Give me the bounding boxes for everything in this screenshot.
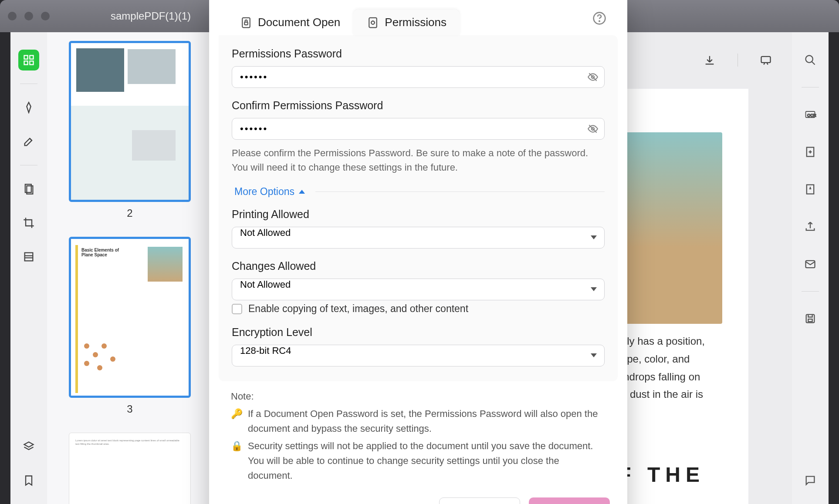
search-button[interactable] [800, 50, 821, 71]
redact-tool-button[interactable] [18, 246, 39, 267]
comment-button[interactable] [800, 470, 821, 491]
tab-label: Document Open [258, 16, 340, 29]
lock-page-icon [240, 16, 253, 29]
separator [802, 87, 819, 87]
svg-rect-16 [242, 17, 250, 27]
tab-permissions[interactable]: Permissions [353, 10, 460, 35]
changes-allowed-select[interactable]: Not Allowed [232, 279, 605, 300]
note-section: Note: 🔑 If a Document Open Password is s… [209, 381, 627, 494]
svg-rect-18 [369, 17, 377, 27]
confirm-password-input[interactable] [232, 118, 605, 140]
svg-rect-6 [25, 253, 33, 261]
thumbnail-page-4[interactable]: Lorem ipsum dolor sit amet text block re… [64, 433, 195, 504]
field-label: Changes Allowed [232, 260, 605, 272]
enable-copying-checkbox-row[interactable]: Enable copying of text, images, and othe… [232, 303, 605, 315]
chevron-down-icon [591, 287, 597, 291]
svg-point-19 [372, 21, 375, 24]
thumbnails-panel: 2 Basic Elements ofPlane Space 3 Lorem i… [47, 32, 213, 504]
svg-rect-1 [30, 56, 33, 59]
thumbnail-label: 3 [64, 403, 195, 415]
page-text-fragment: e dust in the air is [621, 386, 705, 403]
permissions-password-input[interactable] [232, 66, 605, 88]
save-button[interactable] [800, 308, 821, 329]
crop-tool-button[interactable] [18, 212, 39, 233]
field-label: Permissions Password [232, 47, 605, 60]
security-settings-modal: Document Open Permissions Permissions Pa… [209, 0, 627, 504]
svg-rect-2 [24, 61, 28, 64]
page-tool-button[interactable] [18, 178, 39, 199]
permissions-password-field: Permissions Password [232, 47, 605, 88]
ocr-button[interactable]: OCR [800, 104, 821, 125]
lock-icon: 🔒 [231, 439, 243, 483]
thumbnail-page-3[interactable]: Basic Elements ofPlane Space 3 [64, 237, 195, 415]
printing-allowed-select[interactable]: Not Allowed [232, 227, 605, 249]
changes-allowed-field: Changes Allowed Not Allowed Enable copyi… [232, 260, 605, 315]
note-text: If a Document Open Password is set, the … [248, 407, 606, 436]
encryption-level-select[interactable]: 128-bit RC4 [232, 345, 605, 366]
layers-button[interactable] [18, 436, 39, 457]
modal-footer: Cancel Apply [209, 494, 627, 504]
minimize-window-icon[interactable] [24, 12, 33, 20]
svg-rect-3 [30, 61, 33, 64]
document-title: samplePDF(1)(1) [111, 10, 191, 22]
separator [738, 54, 738, 67]
window-controls [8, 12, 50, 20]
right-toolbar: OCR [792, 32, 829, 504]
share-button[interactable] [800, 216, 821, 237]
separator [20, 165, 37, 165]
page-text-fragment: nly has a position, [621, 333, 705, 350]
highlight-tool-button[interactable] [18, 97, 39, 118]
encryption-level-field: Encryption Level 128-bit RC4 [232, 326, 605, 366]
svg-point-21 [599, 21, 600, 22]
field-label: Printing Allowed [232, 208, 605, 221]
edit-text-tool-button[interactable] [18, 131, 39, 152]
chevron-down-icon [591, 353, 597, 357]
separator [315, 192, 605, 192]
helper-text: Please confirm the Permissions Password.… [232, 146, 605, 175]
confirm-password-field: Confirm Permissions Password Please conf… [232, 99, 605, 175]
thumbnail-page-2[interactable]: 2 [64, 41, 195, 219]
close-window-icon[interactable] [8, 12, 17, 20]
tab-label: Permissions [385, 16, 447, 29]
separator [20, 84, 37, 84]
email-button[interactable] [800, 254, 821, 275]
help-icon[interactable] [592, 11, 606, 25]
permissions-page-icon [366, 16, 379, 29]
convert-button[interactable] [800, 141, 821, 162]
cancel-button[interactable]: Cancel [439, 497, 520, 504]
svg-rect-0 [24, 56, 28, 59]
field-label: Confirm Permissions Password [232, 99, 605, 112]
thumbnail-label: 2 [64, 207, 195, 219]
download-button[interactable] [699, 50, 720, 71]
separator [802, 291, 819, 292]
modal-body: Permissions Password Confirm Permissions… [219, 35, 618, 381]
page-text-fragment: ape, color, and [621, 350, 705, 368]
checkbox-label: Enable copying of text, images, and othe… [248, 303, 468, 315]
note-text: Security settings will not be applied to… [248, 439, 606, 483]
bookmark-button[interactable] [18, 470, 39, 491]
chevron-up-icon [299, 190, 305, 194]
printing-allowed-field: Printing Allowed Not Allowed [232, 208, 605, 249]
svg-rect-17 [244, 22, 248, 24]
present-button[interactable] [755, 50, 776, 71]
note-heading: Note: [231, 389, 606, 404]
checkbox-icon[interactable] [232, 304, 242, 314]
key-icon: 🔑 [231, 407, 243, 436]
show-password-icon[interactable] [587, 71, 599, 83]
thumbnails-panel-button[interactable] [18, 50, 39, 71]
more-options-label: More Options [234, 186, 294, 198]
more-options-toggle[interactable]: More Options [234, 186, 605, 198]
svg-text:OCR: OCR [807, 113, 816, 118]
tab-document-open[interactable]: Document Open [227, 10, 353, 35]
chevron-down-icon [591, 235, 597, 239]
show-password-icon[interactable] [587, 123, 599, 134]
svg-rect-14 [808, 319, 812, 322]
compress-button[interactable] [800, 179, 821, 200]
svg-rect-15 [761, 57, 771, 63]
zoom-window-icon[interactable] [41, 12, 50, 20]
field-label: Encryption Level [232, 326, 605, 339]
page-text-fragment: indrops falling on [621, 368, 705, 386]
modal-tabs: Document Open Permissions [209, 0, 627, 35]
svg-point-7 [806, 56, 813, 63]
apply-button[interactable]: Apply [529, 497, 610, 504]
